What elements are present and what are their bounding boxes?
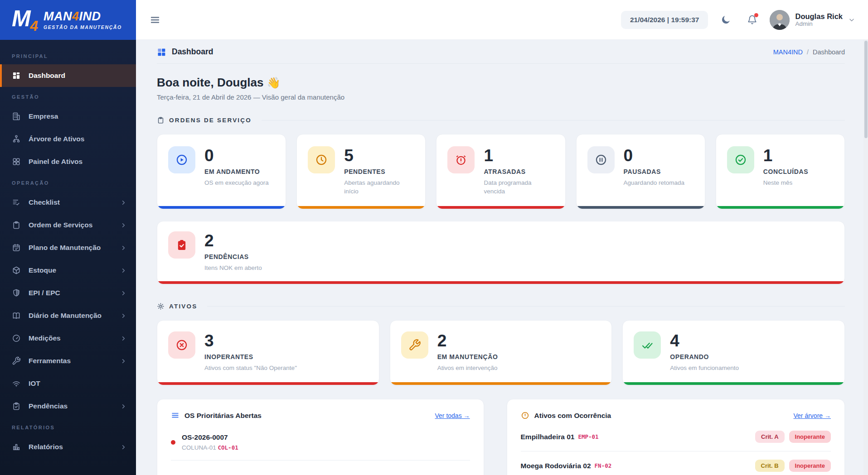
sidebar-item-arvore-de-ativos[interactable]: Árvore de Ativos — [0, 128, 136, 150]
clock-icon — [308, 146, 335, 173]
card-accent-bar — [623, 382, 844, 385]
vertical-scrollbar[interactable] — [863, 40, 868, 475]
occurrence-row[interactable]: Moega Rodoviária 02 FN-02 Crit. B Inoper… — [521, 460, 831, 475]
sidebar-item-plano-de-manutencao[interactable]: Plano de Manutenção — [0, 236, 136, 259]
sidebar-item-empresa[interactable]: Empresa — [0, 105, 136, 128]
stat-sub: Aguardando retomada — [624, 179, 684, 187]
app-root: M 4 MAN4IND GESTÃO DA MANUTENÇÃO PRINCIP… — [0, 0, 868, 475]
sidebar-item-label: Checklist — [29, 198, 60, 206]
notifications-button[interactable] — [743, 11, 761, 29]
sidebar-item-label: Estoque — [29, 266, 56, 274]
section-title: ATIVOS — [169, 303, 197, 310]
card-accent-bar — [157, 281, 844, 284]
os-card-concluidas: 1 CONCLUÍDAS Neste mês — [716, 134, 845, 209]
notification-badge — [754, 13, 758, 17]
hamburger-menu-button[interactable] — [146, 11, 164, 29]
checklist-icon — [12, 198, 21, 207]
chevron-right-icon — [120, 222, 127, 229]
ativos-card-inoperantes: 3 INOPERANTES Ativos com status "Não Ope… — [157, 320, 379, 385]
topbar: 21/04/2026 | 19:59:37 Douglas Rick Admin — [136, 0, 868, 40]
dashboard-grid-icon — [12, 71, 21, 80]
greeting-subtitle: Terça-feira, 21 de Abril de 2026 — Visão… — [157, 93, 845, 101]
stat-label: ATRASADAS — [484, 168, 554, 175]
logo-tagline: GESTÃO DA MANUTENÇÃO — [44, 24, 122, 30]
sidebar-item-ordem-de-servicos[interactable]: Ordem de Serviços — [0, 214, 136, 236]
sidebar-item-label: Ordem de Serviços — [29, 221, 92, 229]
sidebar-item-checklist[interactable]: Checklist — [0, 191, 136, 214]
sidebar-item-medicoes[interactable]: Medições — [0, 327, 136, 350]
greeting-text: Boa noite, Douglas — [157, 76, 263, 89]
stat-sub: Data programada vencida — [484, 179, 554, 196]
asset-code: FN-02 — [595, 462, 612, 469]
x-circle-icon — [168, 331, 195, 359]
sidebar-item-relatorios[interactable]: Relatórios — [0, 436, 136, 458]
section-divider — [207, 306, 845, 307]
breadcrumb-separator: / — [807, 48, 809, 56]
alert-circle-icon — [521, 411, 529, 420]
os-card-atrasadas: 1 ATRASADAS Data programada vencida — [436, 134, 565, 209]
user-info: Douglas Rick Admin — [795, 12, 843, 28]
scrollbar-thumb[interactable] — [864, 41, 868, 138]
asset-name: Moega Rodoviária 02 — [521, 462, 591, 470]
stat-sub: Ativos em intervenção — [437, 364, 498, 373]
clipboard-icon — [157, 116, 165, 124]
app-logo[interactable]: M 4 MAN4IND GESTÃO DA MANUTENÇÃO — [0, 0, 136, 40]
stat-label: EM ANDAMENTO — [204, 168, 269, 175]
dark-mode-toggle[interactable] — [717, 11, 734, 29]
user-name: Douglas Rick — [795, 12, 843, 21]
play-circle-icon — [168, 146, 195, 173]
card-accent-bar — [157, 206, 286, 209]
sidebar-item-ferramentas[interactable]: Ferramentas — [0, 350, 136, 372]
calendar-check-icon — [12, 243, 21, 252]
wave-emoji: 👋 — [267, 77, 281, 89]
stat-value: 4 — [670, 332, 739, 349]
panel-grid-icon — [12, 157, 21, 166]
os-cards-grid: 0 EM ANDAMENTO OS em execução agora 5 PE… — [157, 134, 845, 209]
os-list-item[interactable]: OS-2026-0007 COLUNA-01 COL-01 — [171, 433, 470, 461]
alarm-icon — [447, 146, 475, 173]
sidebar-item-painel-de-ativos[interactable]: Painel de Ativos — [0, 150, 136, 173]
chevron-right-icon — [120, 290, 127, 297]
stat-value: 2 — [204, 232, 262, 249]
sidebar-item-dashboard[interactable]: Dashboard — [0, 64, 136, 87]
card-accent-bar — [436, 206, 565, 209]
section-ativos: ATIVOS — [157, 302, 845, 310]
occurrence-row[interactable]: Empilhadeira 01 EMP-01 Crit. A Inoperant… — [521, 431, 831, 451]
sidebar-item-label: IOT — [29, 379, 40, 388]
dashboard-grid-icon — [157, 48, 166, 57]
page-head: Dashboard MAN4IND / Dashboard — [157, 47, 845, 57]
section-ordens-de-servico: ORDENS DE SERVIÇO — [157, 116, 845, 124]
shield-icon — [12, 288, 21, 297]
priority-dot — [171, 440, 175, 445]
sidebar-item-estoque[interactable]: Estoque — [0, 259, 136, 282]
chevron-right-icon — [120, 199, 127, 206]
nav-section-operacao: OPERAÇÃO — [0, 173, 136, 191]
os-asset: COLUNA-01 COL-01 — [182, 444, 238, 451]
sidebar-item-label: Medições — [29, 334, 61, 342]
sidebar-item-label: Ferramentas — [29, 357, 71, 365]
sidebar-item-label: EPI / EPC — [29, 289, 60, 297]
breadcrumb-root-link[interactable]: MAN4IND — [773, 48, 803, 56]
clipboard-alert-icon — [168, 231, 195, 259]
sidebar: M 4 MAN4IND GESTÃO DA MANUTENÇÃO PRINCIP… — [0, 0, 136, 475]
logo-name-post: IND — [79, 10, 101, 23]
user-role: Admin — [795, 20, 843, 27]
stat-sub: Neste mês — [763, 179, 808, 187]
sidebar-item-diario-de-manutencao[interactable]: Diário de Manutenção — [0, 304, 136, 327]
stat-value: 1 — [763, 147, 808, 164]
logo-name: MAN4IND — [44, 10, 122, 23]
nav-section-gestao: GESTÃO — [0, 87, 136, 105]
stat-label: PENDÊNCIAS — [204, 253, 262, 260]
bar-chart-icon — [12, 442, 21, 451]
chevron-right-icon — [120, 267, 127, 274]
ver-arvore-link[interactable]: Ver árvore → — [794, 412, 831, 419]
panel-ativos-ocorrencia: Ativos com Ocorrência Ver árvore → Empil… — [507, 399, 845, 475]
panel-os-prioritarias: OS Prioritárias Abertas Ver todas → OS-2… — [157, 399, 484, 475]
panel-title: OS Prioritárias Abertas — [184, 412, 262, 420]
stat-label: INOPERANTES — [204, 353, 297, 360]
sidebar-item-pendencias[interactable]: Pendências — [0, 395, 136, 417]
sidebar-item-iot[interactable]: IOT — [0, 372, 136, 395]
sidebar-item-epi-epc[interactable]: EPI / EPC — [0, 282, 136, 304]
user-menu[interactable]: Douglas Rick Admin — [770, 10, 855, 30]
ver-todas-link[interactable]: Ver todas → — [435, 412, 470, 419]
